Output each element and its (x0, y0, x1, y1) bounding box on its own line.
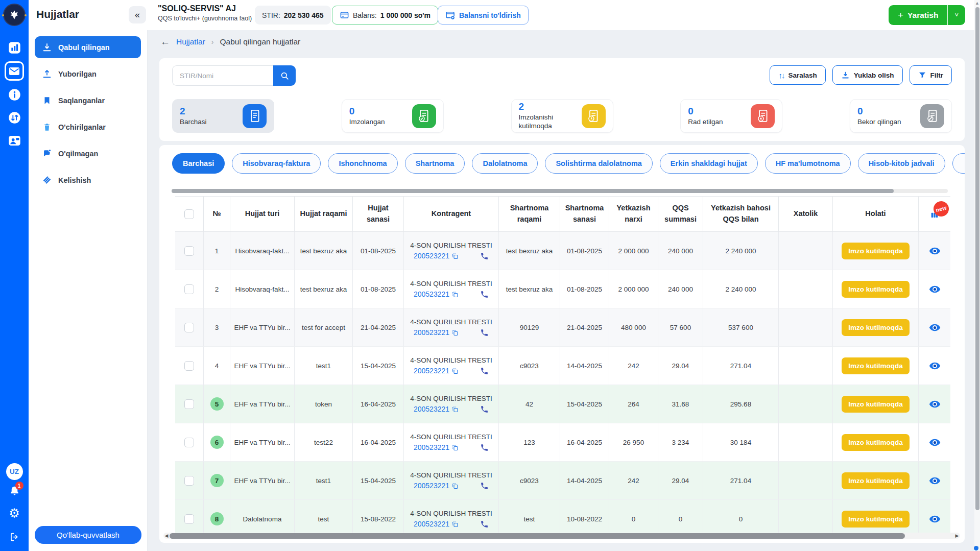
status-badge[interactable]: Imzo kutilmoqda (842, 319, 910, 336)
back-arrow-icon[interactable]: ← (160, 36, 170, 47)
sidebar-item-bookmark[interactable]: Saqlanganlar (35, 89, 141, 111)
row-checkbox[interactable] (184, 284, 194, 294)
view-button[interactable] (929, 515, 941, 523)
row-checkbox[interactable] (184, 399, 194, 409)
view-button[interactable] (929, 400, 941, 408)
row-checkbox[interactable] (184, 246, 194, 256)
stat-card-3[interactable]: 0Rad etilgan (680, 99, 782, 133)
copy-icon[interactable] (451, 444, 459, 451)
stat-card-2[interactable]: 2Imzolanishi kutilmoqda (511, 99, 613, 133)
settings-gear-icon[interactable]: ⚙ (5, 504, 23, 522)
documents-mail-icon[interactable] (5, 61, 24, 81)
copy-icon[interactable] (451, 367, 459, 375)
create-dropdown-button[interactable]: ˅ (947, 5, 965, 25)
download-button[interactable]: Yuklab olish (832, 65, 903, 85)
copy-icon[interactable] (451, 520, 459, 528)
scroll-right-arrow-icon[interactable]: ▶ (954, 533, 960, 538)
view-button[interactable] (929, 324, 941, 331)
topup-balance-button[interactable]: Balansni to'ldirish (438, 6, 529, 25)
dashboard-chart-icon[interactable] (5, 38, 23, 57)
contractor-tin-link[interactable]: 200523221 (414, 367, 449, 375)
copy-icon[interactable] (451, 482, 459, 490)
view-button[interactable] (929, 439, 941, 446)
phone-icon[interactable] (480, 328, 489, 337)
sidebar-item-chat[interactable]: O'qilmagan (35, 142, 141, 164)
scroll-up-arrow-icon[interactable]: ▲ (975, 0, 979, 6)
user-avatar[interactable]: UZ (6, 463, 23, 480)
sort-button[interactable]: ↑↓Saralash (770, 65, 825, 85)
sidebar-item-trash[interactable]: O'chirilganlar (35, 116, 141, 138)
phone-icon[interactable] (480, 520, 489, 529)
status-badge[interactable]: Imzo kutilmoqda (842, 357, 910, 374)
view-button[interactable] (929, 247, 941, 255)
status-badge[interactable]: Imzo kutilmoqda (842, 396, 910, 413)
transfer-icon[interactable] (5, 108, 23, 127)
filter-chip-7[interactable]: HF ma'lumotnoma (765, 153, 851, 174)
sidebar-collapse-button[interactable]: « (129, 6, 146, 23)
column-settings-button[interactable]: new (929, 210, 940, 219)
row-checkbox[interactable] (184, 323, 194, 332)
logout-icon[interactable] (5, 528, 23, 546)
view-button[interactable] (929, 362, 941, 370)
sidebar-item-handshake[interactable]: Kelishish (35, 169, 141, 191)
notifications-button[interactable]: 1 (9, 485, 20, 499)
page-scrollbar[interactable]: ▲ ▼ (974, 0, 980, 551)
support-button[interactable]: Qo'llab-quvvatlash (35, 526, 141, 544)
contractor-tin-link[interactable]: 200523221 (414, 405, 449, 413)
contractor-tin-link[interactable]: 200523221 (414, 443, 449, 451)
row-checkbox[interactable] (184, 514, 194, 524)
row-checkbox[interactable] (184, 476, 194, 486)
filter-chip-0[interactable]: Barchasi (172, 153, 225, 174)
phone-icon[interactable] (480, 290, 489, 299)
row-checkbox[interactable] (184, 361, 194, 371)
phone-icon[interactable] (480, 252, 489, 260)
table-scrollbar-top[interactable] (172, 189, 948, 193)
info-icon[interactable] (5, 85, 23, 104)
create-button[interactable]: +Yaratish (889, 5, 947, 25)
phone-icon[interactable] (480, 443, 489, 452)
status-badge[interactable]: Imzo kutilmoqda (842, 434, 910, 451)
stat-card-0[interactable]: 2Barchasi (172, 99, 274, 133)
scroll-left-arrow-icon[interactable]: ◀ (163, 533, 170, 538)
copy-icon[interactable] (451, 329, 459, 337)
filter-chip-2[interactable]: Ishonchnoma (328, 153, 397, 174)
view-button[interactable] (929, 477, 941, 485)
table-scrollbar-bottom[interactable]: ◀ ▶ (163, 533, 960, 539)
stat-card-1[interactable]: 0Imzolangan (342, 99, 444, 133)
search-input[interactable] (172, 65, 273, 86)
filter-chip-9[interactable] (952, 153, 965, 174)
filter-chip-3[interactable]: Shartnoma (405, 153, 465, 174)
filter-chip-6[interactable]: Erkin shakldagi hujjat (660, 153, 758, 174)
filter-chip-4[interactable]: Dalolatnoma (472, 153, 538, 174)
phone-icon[interactable] (480, 482, 489, 490)
status-badge[interactable]: Imzo kutilmoqda (842, 511, 910, 528)
sidebar-item-upload[interactable]: Yuborilgan (35, 63, 141, 85)
filter-chip-8[interactable]: Hisob-kitob jadvali (858, 153, 945, 174)
filter-chip-5[interactable]: Solishtirma dalolatnoma (545, 153, 652, 174)
status-badge[interactable]: Imzo kutilmoqda (842, 243, 910, 259)
page-scrollbar-thumb[interactable] (975, 7, 979, 510)
copy-icon[interactable] (451, 252, 459, 260)
scrollbar-thumb[interactable] (170, 533, 905, 539)
contractor-tin-link[interactable]: 200523221 (414, 252, 449, 260)
breadcrumb-parent[interactable]: Hujjatlar (176, 37, 205, 46)
status-badge[interactable]: Imzo kutilmoqda (842, 472, 910, 489)
phone-icon[interactable] (480, 405, 489, 414)
stat-card-4[interactable]: 0Bekor qilingan (850, 99, 952, 133)
contractor-tin-link[interactable]: 200523221 (414, 520, 449, 528)
filter-chip-1[interactable]: Hisobvaraq-faktura (232, 153, 321, 174)
sidebar-item-download[interactable]: Qabul qilingan (35, 36, 141, 58)
view-button[interactable] (929, 285, 941, 293)
status-badge[interactable]: Imzo kutilmoqda (842, 281, 910, 298)
row-checkbox[interactable] (184, 438, 194, 447)
contacts-icon[interactable] (5, 131, 23, 150)
contractor-tin-link[interactable]: 200523221 (414, 482, 449, 490)
search-button[interactable] (273, 65, 296, 86)
contractor-tin-link[interactable]: 200523221 (414, 328, 449, 337)
copy-icon[interactable] (451, 405, 459, 413)
select-all-checkbox[interactable] (184, 209, 194, 219)
filter-button[interactable]: Filtr (910, 65, 952, 85)
contractor-tin-link[interactable]: 200523221 (414, 290, 449, 298)
phone-icon[interactable] (480, 367, 489, 375)
copy-icon[interactable] (451, 291, 459, 298)
